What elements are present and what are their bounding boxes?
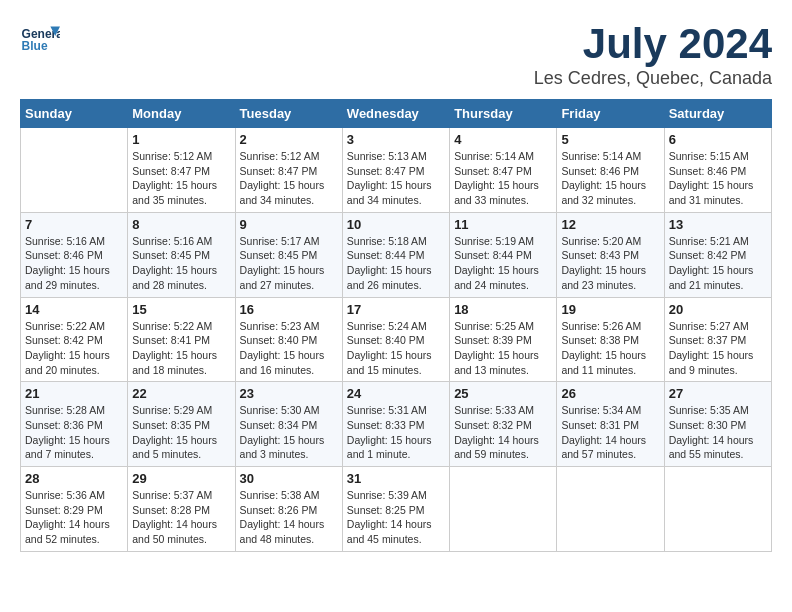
calendar-cell xyxy=(450,467,557,552)
day-number: 10 xyxy=(347,217,445,232)
calendar-cell: 13Sunrise: 5:21 AMSunset: 8:42 PMDayligh… xyxy=(664,212,771,297)
week-row-2: 7Sunrise: 5:16 AMSunset: 8:46 PMDaylight… xyxy=(21,212,772,297)
calendar-cell: 21Sunrise: 5:28 AMSunset: 8:36 PMDayligh… xyxy=(21,382,128,467)
calendar-cell: 16Sunrise: 5:23 AMSunset: 8:40 PMDayligh… xyxy=(235,297,342,382)
cell-info: Sunrise: 5:31 AMSunset: 8:33 PMDaylight:… xyxy=(347,404,432,460)
day-number: 13 xyxy=(669,217,767,232)
day-header-tuesday: Tuesday xyxy=(235,100,342,128)
day-number: 15 xyxy=(132,302,230,317)
day-number: 12 xyxy=(561,217,659,232)
calendar-cell: 11Sunrise: 5:19 AMSunset: 8:44 PMDayligh… xyxy=(450,212,557,297)
calendar-cell xyxy=(21,128,128,213)
cell-info: Sunrise: 5:35 AMSunset: 8:30 PMDaylight:… xyxy=(669,404,754,460)
cell-info: Sunrise: 5:14 AMSunset: 8:46 PMDaylight:… xyxy=(561,150,646,206)
day-number: 3 xyxy=(347,132,445,147)
day-number: 1 xyxy=(132,132,230,147)
cell-info: Sunrise: 5:20 AMSunset: 8:43 PMDaylight:… xyxy=(561,235,646,291)
cell-info: Sunrise: 5:12 AMSunset: 8:47 PMDaylight:… xyxy=(240,150,325,206)
calendar-cell: 18Sunrise: 5:25 AMSunset: 8:39 PMDayligh… xyxy=(450,297,557,382)
cell-info: Sunrise: 5:37 AMSunset: 8:28 PMDaylight:… xyxy=(132,489,217,545)
day-header-wednesday: Wednesday xyxy=(342,100,449,128)
week-row-3: 14Sunrise: 5:22 AMSunset: 8:42 PMDayligh… xyxy=(21,297,772,382)
week-row-4: 21Sunrise: 5:28 AMSunset: 8:36 PMDayligh… xyxy=(21,382,772,467)
calendar-cell: 29Sunrise: 5:37 AMSunset: 8:28 PMDayligh… xyxy=(128,467,235,552)
day-number: 23 xyxy=(240,386,338,401)
cell-info: Sunrise: 5:29 AMSunset: 8:35 PMDaylight:… xyxy=(132,404,217,460)
location: Les Cedres, Quebec, Canada xyxy=(534,68,772,89)
svg-text:Blue: Blue xyxy=(22,39,48,53)
day-number: 7 xyxy=(25,217,123,232)
logo-icon: General Blue xyxy=(20,20,60,60)
logo: General Blue xyxy=(20,20,64,60)
day-number: 17 xyxy=(347,302,445,317)
day-number: 4 xyxy=(454,132,552,147)
cell-info: Sunrise: 5:13 AMSunset: 8:47 PMDaylight:… xyxy=(347,150,432,206)
cell-info: Sunrise: 5:17 AMSunset: 8:45 PMDaylight:… xyxy=(240,235,325,291)
cell-info: Sunrise: 5:23 AMSunset: 8:40 PMDaylight:… xyxy=(240,320,325,376)
day-number: 19 xyxy=(561,302,659,317)
day-number: 27 xyxy=(669,386,767,401)
calendar-cell: 2Sunrise: 5:12 AMSunset: 8:47 PMDaylight… xyxy=(235,128,342,213)
day-number: 29 xyxy=(132,471,230,486)
calendar-cell: 20Sunrise: 5:27 AMSunset: 8:37 PMDayligh… xyxy=(664,297,771,382)
day-number: 16 xyxy=(240,302,338,317)
cell-info: Sunrise: 5:12 AMSunset: 8:47 PMDaylight:… xyxy=(132,150,217,206)
day-header-thursday: Thursday xyxy=(450,100,557,128)
calendar-cell: 8Sunrise: 5:16 AMSunset: 8:45 PMDaylight… xyxy=(128,212,235,297)
cell-info: Sunrise: 5:24 AMSunset: 8:40 PMDaylight:… xyxy=(347,320,432,376)
day-number: 25 xyxy=(454,386,552,401)
day-number: 28 xyxy=(25,471,123,486)
cell-info: Sunrise: 5:28 AMSunset: 8:36 PMDaylight:… xyxy=(25,404,110,460)
calendar-cell: 6Sunrise: 5:15 AMSunset: 8:46 PMDaylight… xyxy=(664,128,771,213)
cell-info: Sunrise: 5:16 AMSunset: 8:46 PMDaylight:… xyxy=(25,235,110,291)
calendar-cell: 5Sunrise: 5:14 AMSunset: 8:46 PMDaylight… xyxy=(557,128,664,213)
cell-info: Sunrise: 5:30 AMSunset: 8:34 PMDaylight:… xyxy=(240,404,325,460)
day-number: 6 xyxy=(669,132,767,147)
cell-info: Sunrise: 5:39 AMSunset: 8:25 PMDaylight:… xyxy=(347,489,432,545)
calendar-cell: 1Sunrise: 5:12 AMSunset: 8:47 PMDaylight… xyxy=(128,128,235,213)
cell-info: Sunrise: 5:22 AMSunset: 8:42 PMDaylight:… xyxy=(25,320,110,376)
cell-info: Sunrise: 5:14 AMSunset: 8:47 PMDaylight:… xyxy=(454,150,539,206)
day-header-monday: Monday xyxy=(128,100,235,128)
day-number: 24 xyxy=(347,386,445,401)
day-number: 26 xyxy=(561,386,659,401)
calendar-cell: 14Sunrise: 5:22 AMSunset: 8:42 PMDayligh… xyxy=(21,297,128,382)
day-number: 5 xyxy=(561,132,659,147)
cell-info: Sunrise: 5:16 AMSunset: 8:45 PMDaylight:… xyxy=(132,235,217,291)
calendar-cell: 10Sunrise: 5:18 AMSunset: 8:44 PMDayligh… xyxy=(342,212,449,297)
day-number: 2 xyxy=(240,132,338,147)
day-number: 20 xyxy=(669,302,767,317)
day-number: 22 xyxy=(132,386,230,401)
cell-info: Sunrise: 5:38 AMSunset: 8:26 PMDaylight:… xyxy=(240,489,325,545)
cell-info: Sunrise: 5:34 AMSunset: 8:31 PMDaylight:… xyxy=(561,404,646,460)
day-header-sunday: Sunday xyxy=(21,100,128,128)
calendar-cell: 22Sunrise: 5:29 AMSunset: 8:35 PMDayligh… xyxy=(128,382,235,467)
cell-info: Sunrise: 5:36 AMSunset: 8:29 PMDaylight:… xyxy=(25,489,110,545)
day-header-friday: Friday xyxy=(557,100,664,128)
cell-info: Sunrise: 5:33 AMSunset: 8:32 PMDaylight:… xyxy=(454,404,539,460)
cell-info: Sunrise: 5:25 AMSunset: 8:39 PMDaylight:… xyxy=(454,320,539,376)
calendar-cell: 7Sunrise: 5:16 AMSunset: 8:46 PMDaylight… xyxy=(21,212,128,297)
calendar-cell: 23Sunrise: 5:30 AMSunset: 8:34 PMDayligh… xyxy=(235,382,342,467)
day-header-saturday: Saturday xyxy=(664,100,771,128)
day-number: 21 xyxy=(25,386,123,401)
calendar-cell xyxy=(664,467,771,552)
calendar-cell: 19Sunrise: 5:26 AMSunset: 8:38 PMDayligh… xyxy=(557,297,664,382)
calendar-table: SundayMondayTuesdayWednesdayThursdayFrid… xyxy=(20,99,772,552)
month-title: July 2024 xyxy=(534,20,772,68)
cell-info: Sunrise: 5:27 AMSunset: 8:37 PMDaylight:… xyxy=(669,320,754,376)
page-header: General Blue July 2024 Les Cedres, Quebe… xyxy=(20,20,772,89)
cell-info: Sunrise: 5:21 AMSunset: 8:42 PMDaylight:… xyxy=(669,235,754,291)
day-number: 31 xyxy=(347,471,445,486)
calendar-cell: 25Sunrise: 5:33 AMSunset: 8:32 PMDayligh… xyxy=(450,382,557,467)
calendar-cell: 31Sunrise: 5:39 AMSunset: 8:25 PMDayligh… xyxy=(342,467,449,552)
week-row-5: 28Sunrise: 5:36 AMSunset: 8:29 PMDayligh… xyxy=(21,467,772,552)
calendar-cell: 12Sunrise: 5:20 AMSunset: 8:43 PMDayligh… xyxy=(557,212,664,297)
calendar-cell: 24Sunrise: 5:31 AMSunset: 8:33 PMDayligh… xyxy=(342,382,449,467)
day-number: 30 xyxy=(240,471,338,486)
calendar-cell: 3Sunrise: 5:13 AMSunset: 8:47 PMDaylight… xyxy=(342,128,449,213)
day-number: 8 xyxy=(132,217,230,232)
calendar-cell: 17Sunrise: 5:24 AMSunset: 8:40 PMDayligh… xyxy=(342,297,449,382)
calendar-cell: 4Sunrise: 5:14 AMSunset: 8:47 PMDaylight… xyxy=(450,128,557,213)
day-number: 18 xyxy=(454,302,552,317)
